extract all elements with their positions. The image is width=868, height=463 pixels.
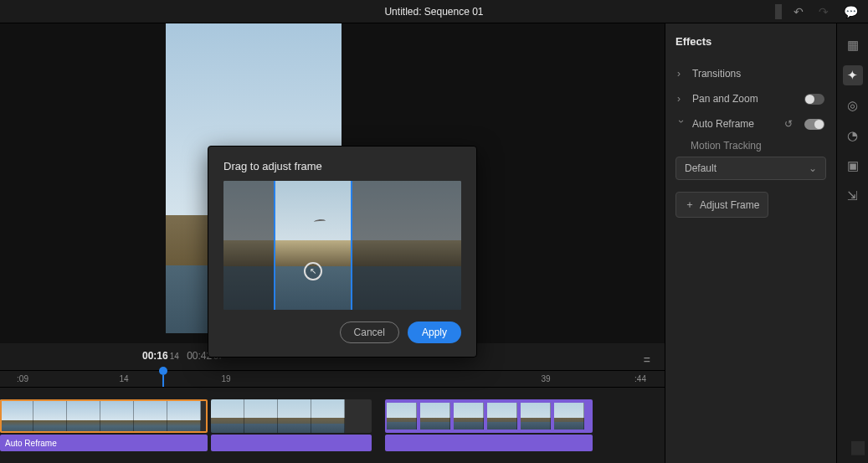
playhead-knob[interactable] — [159, 367, 167, 375]
cursor-icon: ↖ — [304, 262, 322, 280]
effects-icon[interactable]: ✦ — [843, 65, 863, 85]
accordion-pan-and-zoom[interactable]: › Pan and Zoom — [675, 86, 826, 111]
undo-icon[interactable]: ↶ — [790, 3, 807, 20]
auto-reframe-label: Auto Reframe — [692, 118, 754, 130]
fx-clip[interactable] — [385, 435, 593, 451]
auto-reframe-toggle[interactable] — [804, 119, 824, 130]
motion-tracking-value: Default — [685, 162, 716, 174]
color-icon[interactable]: ◎ — [843, 95, 863, 116]
chevron-down-icon: › — [675, 120, 687, 128]
adjust-frame-button[interactable]: ＋ Adjust Frame — [675, 192, 768, 218]
effects-panel: Effects › Transitions › Pan and Zoom › A… — [665, 23, 836, 463]
chevron-right-icon: › — [677, 93, 686, 105]
time-ruler[interactable]: :09141939:44 — [0, 370, 665, 387]
video-clip[interactable] — [0, 399, 208, 433]
chevron-down-icon: ⌄ — [809, 162, 817, 174]
dialog-title: Drag to adjust frame — [208, 147, 476, 181]
dim-left — [223, 181, 274, 310]
speed-icon[interactable]: ◔ — [843, 126, 863, 146]
properties-icon[interactable]: ▦ — [843, 35, 863, 55]
fx-clip[interactable] — [211, 435, 372, 451]
chat-icon[interactable]: 💬 — [840, 3, 861, 20]
ruler-tick: 19 — [221, 374, 230, 383]
transform-icon[interactable]: ⇲ — [843, 186, 863, 206]
fx-clip-label: Auto Reframe — [5, 439, 57, 448]
ruler-tick: 39 — [541, 374, 550, 383]
dim-right — [352, 181, 461, 310]
apply-button[interactable]: Apply — [408, 322, 461, 343]
ruler-tick: :09 — [17, 374, 28, 383]
reframe-handle[interactable]: ↖ — [274, 181, 352, 310]
adjust-frame-dialog: Drag to adjust frame ↖ Cancel Apply — [208, 146, 477, 358]
fx-clip[interactable]: Auto Reframe — [0, 435, 208, 451]
cancel-button[interactable]: Cancel — [340, 322, 399, 343]
plus-icon: ＋ — [685, 198, 695, 212]
effects-panel-title: Effects — [675, 35, 826, 48]
video-track[interactable] — [0, 399, 665, 433]
divider — [775, 4, 782, 19]
accordion-transitions[interactable]: › Transitions — [675, 61, 826, 86]
chevron-right-icon: › — [677, 68, 686, 80]
timeline-menu-icon[interactable]: = — [644, 353, 651, 367]
video-clip[interactable] — [385, 399, 593, 433]
ruler-tick: 14 — [119, 374, 128, 383]
dialog-preview[interactable]: ↖ — [223, 181, 461, 310]
video-clip[interactable] — [211, 399, 372, 433]
accordion-auto-reframe[interactable]: › Auto Reframe ↺ — [675, 111, 826, 136]
motion-tracking-select[interactable]: Default ⌄ — [675, 157, 826, 180]
ruler-tick: :44 — [634, 374, 646, 383]
document-title: Untitled: Sequence 01 — [384, 6, 483, 18]
crop-icon[interactable]: ▣ — [843, 156, 863, 176]
adjust-frame-label: Adjust Frame — [700, 199, 759, 211]
fx-track[interactable]: Auto Reframe — [0, 435, 665, 451]
redo-icon[interactable]: ↷ — [815, 3, 832, 20]
pan-and-zoom-label: Pan and Zoom — [692, 93, 758, 105]
motion-tracking-label: Motion Tracking — [675, 136, 826, 157]
timecode-current-frames: 14 — [170, 352, 179, 361]
titlebar: Untitled: Sequence 01 ↶ ↷ 💬 — [0, 0, 868, 23]
pause-icon: ▮▮ — [850, 436, 863, 458]
timecode-current: 00:16 — [142, 350, 168, 362]
pan-and-zoom-toggle[interactable] — [804, 94, 824, 105]
transitions-label: Transitions — [692, 68, 741, 80]
right-toolstrip: ▦ ✦ ◎ ◔ ▣ ⇲ — [836, 23, 868, 463]
timeline[interactable]: Auto Reframe — [0, 387, 665, 463]
reset-icon[interactable]: ↺ — [784, 118, 793, 130]
